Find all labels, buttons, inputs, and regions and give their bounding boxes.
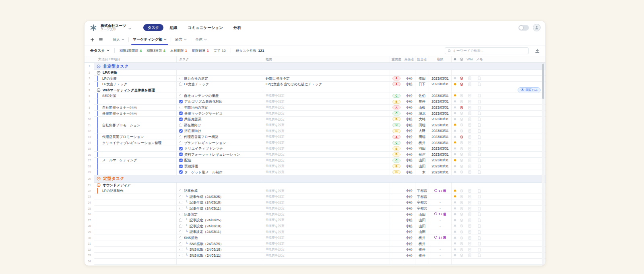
importance-cell[interactable] bbox=[390, 241, 403, 247]
memo-icon[interactable] bbox=[475, 169, 484, 175]
owner-cell[interactable]: 小松 bbox=[403, 134, 415, 140]
memo-icon[interactable] bbox=[475, 194, 484, 200]
file-icon[interactable] bbox=[458, 194, 465, 200]
filter-completed[interactable]: 完了12 bbox=[214, 49, 226, 53]
importance-cell[interactable]: B bbox=[390, 169, 403, 175]
task-cell[interactable]: 記事設定 bbox=[176, 212, 263, 217]
overview-cell[interactable]: ※概要を設定 bbox=[263, 128, 390, 134]
file-icon[interactable] bbox=[458, 105, 465, 110]
table-row-8[interactable]: 8自社開催セミナー計画年間計画の立案※概要を設定A小松山根2023/03/31 bbox=[85, 105, 545, 111]
due-cell[interactable]: 1 / 週 bbox=[429, 235, 451, 241]
table-row-18[interactable]: 18実績評価※概要を設定B小松山田2023/03/31 bbox=[85, 163, 545, 169]
due-cell[interactable]: - bbox=[429, 229, 451, 235]
file-icon[interactable] bbox=[458, 99, 465, 105]
importance-cell[interactable]: A bbox=[390, 76, 403, 81]
memo-icon[interactable] bbox=[475, 253, 484, 258]
table-row-3[interactable]: 3LPの実装協力会社の選定外部に発注予定A小松依田2023/03/31 bbox=[85, 76, 545, 82]
task-cell[interactable]: └記事設定（24/03/11） bbox=[176, 229, 263, 235]
search-box[interactable] bbox=[445, 47, 528, 54]
filter-overdue[interactable]: 期限超過1 bbox=[192, 49, 209, 53]
due-cell[interactable]: 2023/03/31 bbox=[429, 152, 451, 157]
memo-icon[interactable] bbox=[475, 223, 484, 229]
wiki-icon[interactable] bbox=[465, 76, 475, 81]
task-checkbox-checked[interactable] bbox=[179, 100, 183, 103]
task-checkbox[interactable] bbox=[179, 236, 182, 239]
assignee-cell[interactable]: 佐伯 bbox=[415, 93, 429, 99]
file-icon[interactable] bbox=[458, 253, 465, 258]
assignee-cell[interactable]: 根岸 bbox=[415, 152, 429, 157]
task-checkbox-checked[interactable] bbox=[179, 165, 183, 168]
overview-cell[interactable]: ※概要を設定 bbox=[263, 122, 390, 128]
assignee-cell[interactable]: 山田 bbox=[415, 223, 429, 229]
task-checkbox[interactable] bbox=[179, 254, 182, 257]
task-cell[interactable]: └SNS拡散（24/03/18） bbox=[176, 247, 263, 252]
overview-cell[interactable]: ※概要を設定 bbox=[263, 99, 390, 105]
owner-cell[interactable]: 小松 bbox=[403, 82, 415, 87]
memo-icon[interactable] bbox=[475, 76, 484, 81]
wiki-icon[interactable] bbox=[465, 194, 475, 200]
search-input[interactable] bbox=[453, 49, 526, 53]
file-icon[interactable] bbox=[458, 76, 465, 81]
wiki-icon[interactable] bbox=[465, 217, 475, 223]
wiki-icon[interactable] bbox=[465, 134, 475, 140]
memo-icon[interactable] bbox=[475, 134, 484, 140]
memo-icon[interactable] bbox=[475, 158, 484, 163]
wiki-icon[interactable] bbox=[465, 128, 475, 134]
filter-week-before[interactable]: 期限1週間前4 bbox=[120, 49, 142, 53]
importance-cell[interactable] bbox=[390, 247, 403, 252]
memo-icon[interactable] bbox=[475, 163, 484, 169]
overview-cell[interactable]: ※概要を設定 bbox=[263, 241, 390, 247]
assignee-cell[interactable]: 日下 bbox=[415, 82, 429, 87]
memo-icon[interactable] bbox=[475, 206, 484, 211]
wiki-icon[interactable] bbox=[465, 247, 475, 252]
assignee-cell[interactable]: 横井 bbox=[415, 253, 429, 258]
wiki-icon[interactable] bbox=[465, 188, 475, 194]
memo-icon[interactable] bbox=[475, 122, 484, 128]
bell-icon[interactable] bbox=[451, 253, 458, 258]
overview-cell[interactable]: ※概要を設定 bbox=[263, 247, 390, 252]
bell-icon[interactable] bbox=[451, 105, 458, 110]
owner-cell[interactable]: 小松 bbox=[403, 117, 415, 122]
overview-cell[interactable]: ※概要を設定 bbox=[263, 111, 390, 116]
assignee-cell[interactable]: 田端 bbox=[415, 134, 429, 140]
importance-cell[interactable]: B bbox=[390, 128, 403, 134]
task-checkbox[interactable] bbox=[179, 94, 182, 97]
assignee-cell[interactable]: 横井 bbox=[415, 247, 429, 252]
due-cell[interactable]: 2023/03/31 bbox=[429, 146, 451, 152]
task-checkbox[interactable] bbox=[179, 242, 182, 245]
memo-icon[interactable] bbox=[475, 99, 484, 105]
owner-cell[interactable]: 小松 bbox=[403, 223, 415, 229]
task-cell[interactable]: 協力会社の選定 bbox=[176, 76, 263, 81]
due-cell[interactable]: - bbox=[429, 247, 451, 252]
owner-cell[interactable]: 小松 bbox=[403, 247, 415, 252]
owner-cell[interactable]: 小松 bbox=[403, 206, 415, 211]
task-cell[interactable]: ターゲット別メール制作 bbox=[176, 169, 263, 175]
task-checkbox[interactable] bbox=[179, 77, 182, 80]
table-row-19[interactable]: 19ターゲット別メール制作※概要を設定B小松一木2023/03/31 bbox=[85, 169, 545, 175]
owner-cell[interactable]: 小松 bbox=[403, 163, 415, 169]
owner-cell[interactable]: 小松 bbox=[403, 158, 415, 163]
file-icon[interactable] bbox=[458, 212, 465, 217]
overview-cell[interactable]: ※概要を設定 bbox=[263, 140, 390, 146]
table-row-17[interactable]: 17メールマーケティング配信※概要を設定C小松山田2023/03/31 bbox=[85, 158, 545, 164]
task-cell[interactable]: └記事設定（24/03/25） bbox=[176, 217, 263, 223]
task-checkbox[interactable] bbox=[179, 230, 182, 233]
bell-icon[interactable] bbox=[451, 146, 458, 152]
wiki-icon[interactable] bbox=[465, 169, 475, 175]
task-checkbox[interactable] bbox=[179, 124, 182, 127]
due-cell[interactable]: 2023/03/31 bbox=[429, 128, 451, 134]
owner-cell[interactable]: 小松 bbox=[403, 169, 415, 175]
assignee-cell[interactable]: 堀北 bbox=[415, 111, 429, 116]
due-cell[interactable]: - bbox=[429, 194, 451, 200]
assignee-cell[interactable]: 依田 bbox=[415, 76, 429, 81]
importance-cell[interactable]: B bbox=[390, 163, 403, 169]
task-checkbox[interactable] bbox=[179, 106, 182, 109]
task-cell[interactable]: SNS拡散 bbox=[176, 235, 263, 241]
assignee-cell[interactable]: 大崎 bbox=[415, 117, 429, 122]
memo-icon[interactable] bbox=[475, 241, 484, 247]
overview-cell[interactable]: ※概要を設定 bbox=[263, 163, 390, 169]
memo-icon[interactable] bbox=[475, 217, 484, 223]
due-cell[interactable]: - bbox=[429, 223, 451, 229]
bell-icon[interactable] bbox=[451, 169, 458, 175]
wiki-icon[interactable] bbox=[465, 235, 475, 241]
